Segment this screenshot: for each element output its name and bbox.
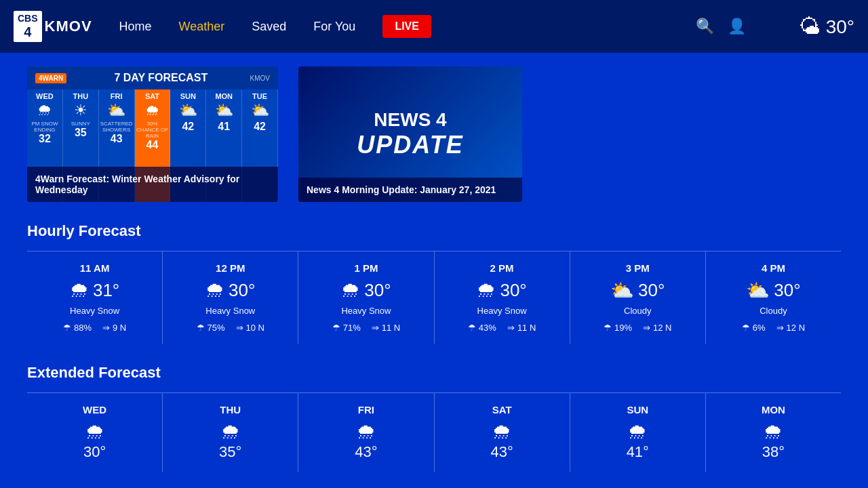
hour-1pm: 1 PM 🌨 30° Heavy Snow ☂71% ⇒11 N: [298, 251, 434, 344]
video-card-news4[interactable]: NEWS 4 UPDATE News 4 Morning Update: Jan…: [298, 66, 522, 202]
news4-logo: NEWS 4 UPDATE: [357, 109, 463, 159]
hour-2pm: 2 PM 🌨 30° Heavy Snow ☂43% ⇒11 N: [435, 251, 570, 344]
video-caption-forecast: 4Warn Forecast: Winter Weather Advisory …: [27, 167, 278, 202]
nav-weather[interactable]: Weather: [179, 20, 225, 34]
hour-12pm: 12 PM 🌨 30° Heavy Snow ☂75% ⇒10 N: [163, 251, 298, 344]
extended-row: WED 🌨 30° THU 🌨 35° FRI 🌨 43° SAT 🌨 43° …: [27, 392, 841, 472]
nav-for-you[interactable]: For You: [313, 20, 355, 34]
nav-links: Home Weather Saved For You LIVE: [119, 15, 696, 38]
hour-icon-4pm: ⛅: [746, 279, 770, 302]
ext-icon-sat: 🌨: [440, 421, 564, 443]
user-icon[interactable]: 👤: [728, 18, 746, 35]
video-card-forecast[interactable]: 4WARN 7 DAY FORECAST KMOV WED 🌨 PM SNOW …: [27, 66, 278, 202]
nav-home[interactable]: Home: [119, 20, 152, 34]
wind-icon: ⇒: [372, 323, 379, 333]
umbrella-icon: ☂: [63, 323, 71, 333]
weather-icon: 🌤: [799, 14, 821, 39]
forecast-title: 7 DAY FORECAST: [114, 72, 208, 84]
umbrella-icon: ☂: [604, 323, 612, 333]
ext-icon-mon: 🌨: [711, 421, 835, 443]
ext-sun: SUN 🌨 41°: [570, 393, 706, 472]
nav-icons: 🔍 👤: [696, 18, 746, 35]
nav-saved[interactable]: Saved: [252, 20, 286, 34]
hour-icon-3pm: ⛅: [610, 279, 634, 302]
main-content: 4WARN 7 DAY FORECAST KMOV WED 🌨 PM SNOW …: [0, 53, 868, 485]
station-callsign: KMOV: [45, 18, 92, 35]
ext-icon-wed: 🌨: [33, 421, 157, 443]
search-icon[interactable]: 🔍: [696, 18, 714, 35]
navbar: CBS 4 KMOV Home Weather Saved For You LI…: [0, 0, 868, 53]
cbs-logo-text: CBS: [18, 14, 38, 24]
warn-logo: 4WARN: [35, 73, 66, 83]
video-caption-news4: News 4 Morning Update: January 27, 2021: [298, 178, 522, 202]
ext-sat: SAT 🌨 43°: [435, 393, 570, 472]
extended-title: Extended Forecast: [27, 364, 841, 382]
ext-icon-thu: 🌨: [168, 421, 292, 443]
hour-icon-2pm: 🌨: [477, 279, 496, 302]
hourly-title: Hourly Forecast: [27, 222, 841, 240]
hourly-row: 11 AM 🌨 31° Heavy Snow ☂88% ⇒9 N 12 PM 🌨…: [27, 251, 841, 344]
ext-fri: FRI 🌨 43°: [298, 393, 434, 472]
umbrella-icon: ☂: [197, 323, 205, 333]
wind-icon: ⇒: [776, 323, 784, 333]
ext-mon: MON 🌨 38°: [706, 393, 841, 472]
weather-widget: 🌤 30°: [799, 14, 854, 39]
hour-icon-12pm: 🌨: [205, 279, 224, 302]
current-temp: 30°: [826, 16, 854, 37]
umbrella-icon: ☂: [468, 323, 476, 333]
logo[interactable]: CBS 4 KMOV: [14, 11, 92, 41]
ext-wed: WED 🌨 30°: [27, 393, 163, 472]
wind-icon: ⇒: [102, 323, 110, 333]
hour-icon-1pm: 🌨: [341, 279, 360, 302]
hour-icon-11am: 🌨: [70, 279, 89, 302]
ext-icon-fri: 🌨: [304, 421, 428, 443]
wind-icon: ⇒: [507, 323, 515, 333]
wind-icon: ⇒: [236, 323, 243, 333]
umbrella-icon: ☂: [742, 323, 750, 333]
live-button[interactable]: LIVE: [382, 15, 431, 38]
forecast-logo-small: KMOV: [250, 75, 270, 82]
hour-11am: 11 AM 🌨 31° Heavy Snow ☂88% ⇒9 N: [27, 251, 163, 344]
ext-icon-sun: 🌨: [576, 421, 700, 443]
video-row: 4WARN 7 DAY FORECAST KMOV WED 🌨 PM SNOW …: [27, 66, 841, 202]
hour-3pm: 3 PM ⛅ 30° Cloudy ☂19% ⇒12 N: [570, 251, 706, 344]
hour-4pm: 4 PM ⛅ 30° Cloudy ☂6% ⇒12 N: [706, 251, 841, 344]
channel-number: 4: [18, 24, 38, 39]
ext-thu: THU 🌨 35°: [163, 393, 298, 472]
umbrella-icon: ☂: [332, 323, 340, 333]
wind-icon: ⇒: [643, 323, 650, 333]
